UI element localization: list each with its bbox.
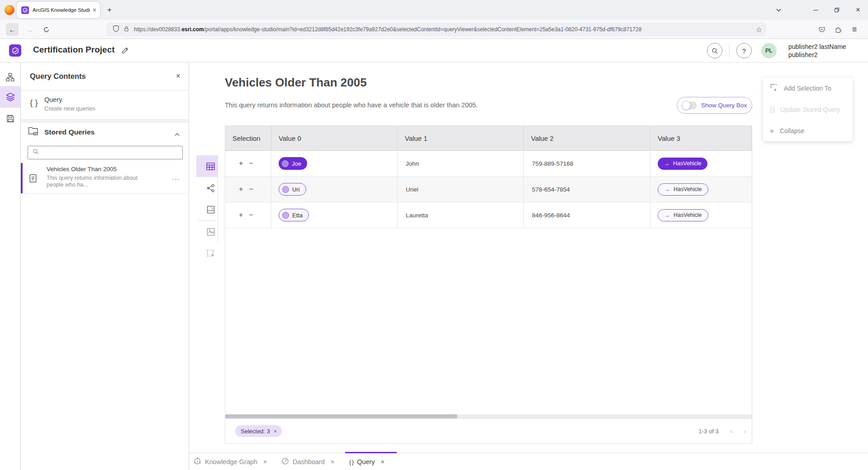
- entity-pill[interactable]: Uri: [279, 183, 306, 196]
- item-options-kebab-icon[interactable]: ···: [172, 175, 180, 182]
- tab-query[interactable]: { } Query ×: [349, 453, 384, 470]
- collapse-chevrons-icon: »: [770, 127, 774, 135]
- tab-close-icon[interactable]: ×: [381, 458, 384, 465]
- value-cell[interactable]: 759-889-57168: [524, 151, 650, 176]
- tab-close-icon[interactable]: ×: [263, 458, 267, 465]
- column-header-value1[interactable]: Value 1: [398, 126, 524, 150]
- sidebar-item-data-model[interactable]: [0, 66, 20, 88]
- column-header-value3[interactable]: Value 3: [650, 126, 752, 150]
- tab-label: Knowledge Graph: [205, 458, 257, 465]
- add-to-selection-button[interactable]: +: [232, 159, 243, 168]
- map-view-button[interactable]: [196, 199, 218, 221]
- entity-pill[interactable]: Joe: [279, 157, 307, 170]
- query-item[interactable]: { } Query Create new queries: [21, 91, 189, 119]
- stored-queries-search[interactable]: [28, 146, 183, 159]
- chevron-up-icon[interactable]: [175, 130, 180, 138]
- value-cell[interactable]: Uriel: [398, 177, 524, 202]
- back-button[interactable]: ←: [6, 23, 19, 36]
- value-cell[interactable]: 578-654-7854: [524, 177, 650, 202]
- entity-pill[interactable]: Etta: [279, 209, 309, 221]
- left-rail: [0, 62, 21, 470]
- table-view-button[interactable]: [196, 155, 218, 177]
- link-chart-view-button[interactable]: [196, 177, 218, 199]
- browser-tab[interactable]: ArcGIS Knowledge Studio ×: [17, 2, 100, 18]
- stored-queries-search-input[interactable]: [43, 146, 182, 159]
- pocket-icon[interactable]: [816, 23, 828, 36]
- entity-cell: Joe: [271, 151, 398, 176]
- user-name-line1: publisher2 lastName: [788, 43, 846, 51]
- window-close-button[interactable]: ×: [849, 0, 867, 20]
- extensions-puzzle-icon[interactable]: [832, 23, 844, 36]
- remove-from-selection-button[interactable]: −: [243, 159, 253, 168]
- remove-from-selection-button[interactable]: −: [243, 185, 253, 193]
- user-avatar[interactable]: PL: [761, 43, 777, 58]
- reload-button[interactable]: [40, 23, 52, 36]
- column-header-value2[interactable]: Value 2: [524, 126, 650, 150]
- forward-button: →: [23, 23, 36, 36]
- tab-close-icon[interactable]: ×: [331, 458, 334, 465]
- hamburger-menu-icon[interactable]: ≡: [848, 23, 861, 36]
- remove-from-selection-button[interactable]: −: [243, 211, 253, 219]
- search-icon: [33, 149, 39, 157]
- selected-count-chip[interactable]: Selected: 3 ×: [235, 425, 282, 437]
- folder-icon: [28, 126, 38, 138]
- sidebar-item-save[interactable]: [0, 108, 20, 129]
- stored-query-item[interactable]: Vehicles Older Than 2005 This query retu…: [21, 163, 189, 194]
- menu-item-update-stored-query: { } Update Stored Query: [763, 99, 853, 120]
- tab-dashboard[interactable]: Dashboard ×: [281, 453, 334, 470]
- relationship-pill[interactable]: →HasVehicle: [658, 209, 708, 221]
- toggle-knob[interactable]: [682, 101, 691, 110]
- column-header-value0[interactable]: Value 0: [271, 126, 398, 150]
- column-header-selection[interactable]: Selection: [225, 126, 271, 150]
- query-contents-panel: Query Contents × { } Query Create new qu…: [21, 62, 189, 470]
- relationship-pill[interactable]: →HasVehicle: [658, 158, 707, 170]
- arcgis-favicon-icon: [21, 6, 29, 14]
- toggle-track[interactable]: [682, 102, 697, 109]
- scrollbar-thumb[interactable]: [225, 414, 457, 418]
- value-cell[interactable]: 846-956-8644: [524, 202, 650, 228]
- edit-pencil-icon[interactable]: [121, 47, 129, 56]
- window-restore-button[interactable]: [828, 0, 846, 20]
- relationship-cell: →HasVehicle: [650, 202, 752, 228]
- map-overlay-view-button[interactable]: [196, 221, 218, 243]
- lock-icon[interactable]: [123, 25, 129, 34]
- add-to-selection-button[interactable]: +: [232, 211, 243, 219]
- new-tab-button[interactable]: +: [103, 4, 116, 16]
- window-minimize-button[interactable]: [806, 0, 825, 20]
- relationship-pill[interactable]: →HasVehicle: [658, 183, 708, 196]
- panel-separator: [21, 119, 189, 123]
- bookmark-star-icon[interactable]: ☆: [756, 25, 762, 34]
- add-to-selection-button[interactable]: +: [232, 185, 243, 193]
- clear-selection-icon[interactable]: ×: [274, 428, 277, 435]
- page-description: This query returns information about peo…: [225, 101, 478, 109]
- horizontal-scrollbar[interactable]: [225, 414, 752, 418]
- panel-header: Query Contents ×: [21, 62, 189, 91]
- menu-item-collapse[interactable]: » Collapse: [763, 120, 853, 141]
- url-bar[interactable]: https://dev0028833.esri.com/portal/apps/…: [106, 23, 767, 36]
- pagination: 1-3 of 3 ‹ ›: [699, 427, 746, 435]
- panel-close-icon[interactable]: ×: [176, 72, 180, 81]
- menu-item-add-selection-to[interactable]: Add Selection To: [763, 77, 853, 99]
- previous-page-chevron-icon[interactable]: ‹: [730, 427, 733, 435]
- knowledge-graph-icon: [194, 457, 201, 466]
- sidebar-item-contents[interactable]: [0, 86, 20, 108]
- table-row: + − Uri Uriel 578-654-7854 →HasVehicle: [225, 177, 752, 202]
- firefox-icon[interactable]: [5, 5, 14, 15]
- next-page-chevron-icon[interactable]: ›: [744, 427, 746, 435]
- help-button[interactable]: ?: [736, 43, 752, 58]
- stored-query-doc-icon: [29, 174, 37, 185]
- entity-dot-icon: [282, 212, 289, 219]
- search-button[interactable]: [707, 43, 722, 58]
- show-query-box-toggle[interactable]: Show Query Box: [677, 97, 752, 114]
- value-cell[interactable]: Lauretta: [398, 202, 524, 228]
- shield-icon[interactable]: [113, 25, 119, 34]
- stored-queries-header[interactable]: Stored Queries: [21, 123, 189, 145]
- user-name[interactable]: publisher2 lastName publisher2: [788, 43, 846, 59]
- show-query-box-label: Show Query Box: [701, 102, 747, 109]
- table-footer: Selected: 3 × 1-3 of 3 ‹ ›: [225, 418, 752, 443]
- value-cell[interactable]: John: [398, 151, 524, 176]
- tab-close-icon[interactable]: ×: [93, 6, 96, 14]
- select-area-button[interactable]: [196, 243, 218, 264]
- tab-list-chevron-icon[interactable]: [769, 0, 787, 20]
- tab-knowledge-graph[interactable]: Knowledge Graph ×: [194, 453, 267, 470]
